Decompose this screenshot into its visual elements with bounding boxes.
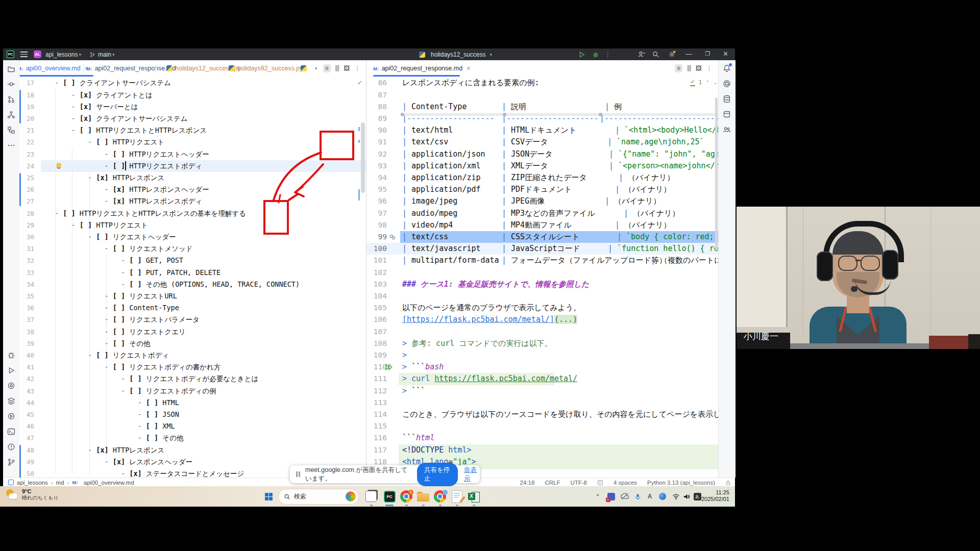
- editor-line[interactable]: 26 - [x] HTTPレスポンスヘッダー: [19, 184, 366, 195]
- editor-line[interactable]: 98| video/mp4| MP4動画ファイル| （バイナリ）: [366, 219, 718, 231]
- editor-line[interactable]: 97| audio/mpeg| MP3などの音声ファイル| （バイナリ）: [366, 208, 718, 219]
- editor-line[interactable]: 110> ```bash: [366, 361, 718, 373]
- editor-line[interactable]: 24 - [ ] HTTPリクエストボディ: [19, 160, 366, 172]
- branch-name[interactable]: main: [98, 51, 111, 58]
- editor-line[interactable]: 42 - [ ] リクエストボディが必要なときとは: [19, 373, 366, 385]
- editor-line[interactable]: 87: [366, 89, 718, 101]
- editor-line[interactable]: 32 - [ ] GET, POST: [19, 255, 366, 266]
- editor-line[interactable]: 99| text/css| CSSスタイルシート| `body { color:…: [366, 231, 718, 243]
- run-code-block-icon[interactable]: [385, 363, 393, 371]
- editor-line[interactable]: 94| application/zip| ZIP圧縮されたデータ| （バイナリ）: [366, 172, 718, 184]
- tray-copilot-icon[interactable]: [657, 491, 668, 502]
- view-editor-only-icon[interactable]: ≡: [675, 64, 682, 72]
- editor-line[interactable]: 48 - [x] HTTPレスポンス: [19, 444, 366, 456]
- close-button[interactable]: ✕: [723, 50, 728, 58]
- taskbar-clock[interactable]: 11:252025/02/01: [701, 489, 729, 503]
- tab-api02_request_response.md[interactable]: M↓api02_request_response.md: [86, 60, 176, 77]
- status-item[interactable]: 4 spaces: [614, 480, 637, 486]
- stripe-database-icon[interactable]: [723, 95, 731, 103]
- more-actions-icon[interactable]: ⋮: [605, 51, 611, 58]
- editor-line[interactable]: 43 - [ ] リクエストボディの例: [19, 385, 366, 397]
- editor-line[interactable]: 95| application/pdf| PDFドキュメント| （バイナリ）: [366, 184, 718, 195]
- activity-folder-icon[interactable]: [7, 65, 15, 73]
- stripe-people-icon[interactable]: [723, 126, 731, 134]
- status-item[interactable]: Python 3.13 (api_lessons): [647, 480, 715, 486]
- editor-line[interactable]: 105以下のページを通常のブラウザで表示してみよう。: [366, 302, 718, 314]
- project-name[interactable]: api_lessons: [45, 51, 78, 58]
- activity-problems-icon[interactable]: [7, 443, 15, 451]
- editor-line[interactable]: 117<!DOCTYPE html>: [366, 444, 718, 456]
- editor-line[interactable]: 92| application/json| JSONデータ| `{"name":…: [366, 148, 718, 160]
- editor-line[interactable]: 114このとき、ブラウザは以下のソースコードを受け取り、その内容を元にしてページ…: [366, 409, 718, 420]
- editor-line[interactable]: 113: [366, 397, 718, 409]
- gutter-users-icon[interactable]: [389, 234, 396, 240]
- editor-line[interactable]: 102: [366, 267, 718, 279]
- editor-line[interactable]: 86レスポンスボディに含まれる要素の例:: [366, 77, 718, 89]
- editor-line[interactable]: 107: [366, 326, 718, 338]
- search-icon[interactable]: [652, 51, 659, 58]
- editor-line[interactable]: 38 - [ ] リクエストクエリ: [19, 326, 366, 338]
- editor-line[interactable]: 45 - [ ] JSON: [19, 409, 366, 420]
- editor-line[interactable]: 93| application/xml| XMLデータ| `<person><n…: [366, 160, 718, 172]
- tray-teams-icon[interactable]: 1: [605, 491, 617, 502]
- editor-line[interactable]: 19 - [x] サーバーとは: [19, 101, 366, 113]
- editor-line[interactable]: 30 - [ ] リクエストヘッダー: [19, 231, 366, 243]
- tray-wifi-icon[interactable]: [670, 491, 681, 502]
- tab-api02_request_response.md[interactable]: M↓api02_request_response.md✕: [373, 60, 471, 77]
- view-editor-only-icon[interactable]: ≡: [323, 64, 331, 72]
- inspections-widget[interactable]: ✓1⌃⌄: [690, 78, 718, 86]
- run-config-name[interactable]: holidays12_success: [431, 51, 485, 58]
- taskbar-app-taskview[interactable]: [363, 489, 379, 504]
- editor-line[interactable]: 29 - [ ] HTTPリクエスト: [19, 219, 366, 231]
- breadcrumb[interactable]: api_lessons›md›M↓api00_overview.md: [8, 480, 134, 486]
- taskbar-app-chrome-k[interactable]: k: [399, 489, 414, 504]
- activity-services-icon[interactable]: [7, 382, 15, 390]
- debug-button[interactable]: [592, 51, 599, 58]
- status-item[interactable]: CRLF: [545, 480, 560, 486]
- activity-graph-icon[interactable]: [7, 111, 15, 119]
- tray-volume-icon[interactable]: [681, 491, 692, 502]
- editor-line[interactable]: 90| text/html| HTMLドキュメント| `<html><body>…: [366, 124, 718, 136]
- stripe-box-icon[interactable]: [723, 110, 731, 118]
- editor-line[interactable]: 20 - [x] クライアントサーバシステム: [19, 113, 366, 124]
- editor-line[interactable]: 47 - [ ] その他: [19, 432, 366, 444]
- breadcrumb-item[interactable]: api00_overview.md: [84, 480, 134, 486]
- editor-line[interactable]: 21 - [ ] HTTPリクエストとHTTPレスポンス: [19, 124, 366, 136]
- editor-line[interactable]: 36 - [ ] Content-Type: [19, 302, 366, 314]
- editor-line[interactable]: 88| Content-Type| 説明| 例: [366, 101, 718, 113]
- editor-line[interactable]: 101| multipart/form-data| フォームデータ（ファイルアッ…: [366, 255, 718, 266]
- editor-right-pane[interactable]: 86レスポンスボディに含まれる要素の例:8788| Content-Type| …: [366, 77, 718, 478]
- minimize-button[interactable]: —: [685, 50, 692, 58]
- editor-line[interactable]: 46 - [ ] XML: [19, 420, 366, 432]
- activity-vcs-icon[interactable]: [7, 95, 15, 104]
- view-preview-icon[interactable]: 🖼: [344, 65, 350, 72]
- main-menu-icon[interactable]: [20, 52, 28, 57]
- activity-terminal-icon[interactable]: [7, 428, 15, 436]
- stripe-at-icon[interactable]: [723, 80, 731, 88]
- editor-line[interactable]: 33 - [ ] PUT, PATCH, DELETE: [19, 267, 366, 279]
- stop-sharing-button[interactable]: 共有を停止: [417, 463, 458, 486]
- more-options-icon[interactable]: ⋮: [354, 65, 360, 72]
- stripe-bell-icon[interactable]: [723, 64, 731, 72]
- editor-line[interactable]: 109>: [366, 349, 718, 361]
- tray-ime-a-icon[interactable]: A: [644, 491, 655, 502]
- taskbar-app-notepad[interactable]: [449, 489, 464, 504]
- restore-button[interactable]: ❐: [705, 51, 710, 57]
- activity-layers-icon[interactable]: [7, 397, 15, 405]
- hide-link[interactable]: 非表示: [464, 466, 480, 483]
- editor-line[interactable]: 103### ケース1: 基金足販売サイトで、情報を参照した: [366, 279, 718, 290]
- editor-line[interactable]: 106[https://flask.pc5bai.com/metal/](...…: [366, 314, 718, 325]
- tray-onedrive-icon[interactable]: [619, 491, 630, 502]
- activity-gitbranch-icon[interactable]: [7, 458, 15, 466]
- editor-line[interactable]: 96| image/jpeg| JPEG画像| （バイナリ）: [366, 195, 718, 207]
- activity-commit-icon[interactable]: [7, 80, 15, 88]
- tray-chevron-icon[interactable]: ⌃: [592, 491, 603, 502]
- editor-line[interactable]: 37 - [ ] リクエストパラメータ: [19, 314, 366, 325]
- editor-line[interactable]: 18 - [x] クライアントとは: [19, 89, 366, 101]
- taskbar-app-pycharm[interactable]: PC: [382, 489, 397, 504]
- view-preview-icon[interactable]: 🖼: [696, 65, 702, 72]
- editor-line[interactable]: 27 - [x] HTTPレスポンスボディ: [19, 195, 366, 207]
- pycharm-logo-icon[interactable]: PC: [7, 51, 14, 58]
- tray-mic-icon[interactable]: [632, 491, 643, 502]
- editor-line[interactable]: 91| text/csv| CSVデータ| `name,age\njohn,25…: [366, 136, 718, 148]
